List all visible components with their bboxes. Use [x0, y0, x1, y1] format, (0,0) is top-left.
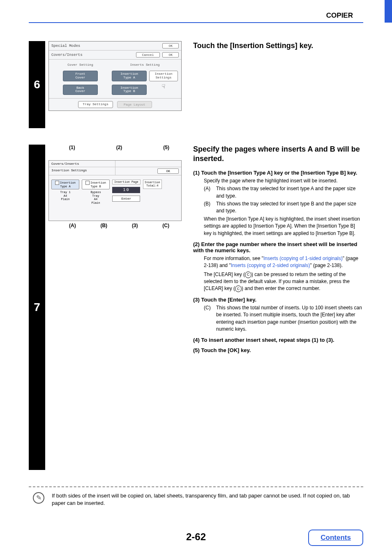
link-1sided[interactable]: Inserts (copying of 1-sided originals) [263, 256, 343, 261]
ok-button[interactable]: OK [157, 168, 179, 174]
ok-button[interactable]: OK [162, 43, 179, 48]
callout-C: (C) [162, 223, 169, 228]
enter-button[interactable]: Enter [112, 196, 140, 202]
substep-5: (5) Touch the [OK] key. [193, 347, 363, 353]
callout-A: (A) [69, 223, 76, 228]
panel-special-modes: Special Modes OK Covers/Inserts Cancel O… [48, 41, 182, 111]
header-section: COPIER [326, 12, 353, 20]
callout-3: (3) [132, 223, 138, 228]
insertion-page-label: Insertion Page [112, 180, 141, 184]
step-6-title: Touch the [Insertion Settings] key. [193, 41, 363, 51]
panel-title: Special Modes [51, 44, 160, 48]
insertion-type-a-button[interactable]: Insertion Type A [112, 71, 147, 81]
clear-key-icon: C [235, 286, 242, 292]
step-7: 7 (1) (2) (5) Covers/Inserts Insertion S… [29, 145, 363, 470]
tray-a-info: Tray 1 A4 Plain [51, 191, 79, 201]
insertion-settings-button[interactable]: Insertion Settings [149, 71, 178, 81]
insertion-type-a-key[interactable]: Insertion Type A [51, 180, 79, 189]
back-cover-button[interactable]: Back Cover [63, 85, 98, 95]
header-rule [29, 22, 363, 23]
doc-icon [85, 181, 90, 185]
note-separator [29, 486, 363, 487]
step-6: 6 Special Modes OK Covers/Inserts Cancel… [29, 41, 363, 128]
hand-cursor-icon: ☟ [162, 83, 165, 90]
step-7-title: Specify the pages where inserts A and B … [193, 145, 363, 164]
ok-button[interactable]: OK [162, 52, 179, 58]
substep-4: (4) To insert another insert sheet, repe… [193, 337, 363, 343]
callout-B: (B) [100, 223, 107, 228]
doc-icon [55, 181, 59, 185]
tray-b-info: Bypass Tray A4 Plain [82, 191, 110, 205]
substep-1-body: Specify the page where the highlighted i… [204, 177, 363, 184]
tray-settings-button[interactable]: Tray Settings [78, 101, 113, 108]
insertion-total: Insertion Total:4 [143, 180, 162, 189]
callout-1: (1) [69, 145, 75, 150]
link-2sided[interactable]: Inserts (copying of 2-sided originals) [231, 263, 310, 268]
note-text: If both sides of the insert will be copi… [52, 492, 359, 507]
callout-5: (5) [163, 145, 169, 150]
callout-2: (2) [116, 145, 122, 150]
side-strip [385, 0, 392, 23]
page-number-display: 10 [112, 187, 140, 193]
substep-2: (2) Enter the page number where the inse… [193, 241, 363, 292]
substep-3: (3) Touch the [Enter] key. (C)This shows… [193, 297, 363, 333]
panel-subtitle: Covers/Inserts [51, 53, 134, 57]
main-content: 6 Special Modes OK Covers/Inserts Cancel… [29, 41, 363, 507]
step-6-screenshot: Special Modes OK Covers/Inserts Cancel O… [45, 41, 185, 111]
step-7-badge: 7 [29, 145, 45, 470]
panel7-header-left: Covers/Inserts [49, 161, 115, 167]
cancel-button[interactable]: Cancel [136, 52, 160, 58]
cover-setting-header: Cover Setting [67, 63, 93, 67]
insertion-type-b-button[interactable]: Insertion Type B [112, 85, 147, 95]
contents-button[interactable]: Contents [308, 530, 363, 546]
note-icon: ✎ [33, 492, 44, 504]
front-cover-button[interactable]: Front Cover [63, 71, 98, 81]
substep-1-tail: When the [Insertion Type A] key is highl… [204, 216, 363, 237]
clear-key-icon: C [245, 272, 251, 278]
panel-insertion-settings: Covers/Inserts Insertion Settings OK Ins… [48, 160, 182, 221]
step-6-badge: 6 [29, 41, 45, 128]
note: ✎ If both sides of the insert will be co… [29, 492, 363, 507]
substep-1: (1) Touch the [Insertion Type A] key or … [193, 170, 363, 237]
panel7-header2-left: Insertion Settings [49, 167, 115, 175]
inserts-setting-header: Inserts Setting [130, 63, 159, 67]
insertion-type-b-key[interactable]: Insertion Type B [82, 180, 110, 189]
step-7-screenshot: (1) (2) (5) Covers/Inserts Insertion Set… [45, 145, 185, 228]
page-layout-button: Page Layout [117, 101, 152, 108]
